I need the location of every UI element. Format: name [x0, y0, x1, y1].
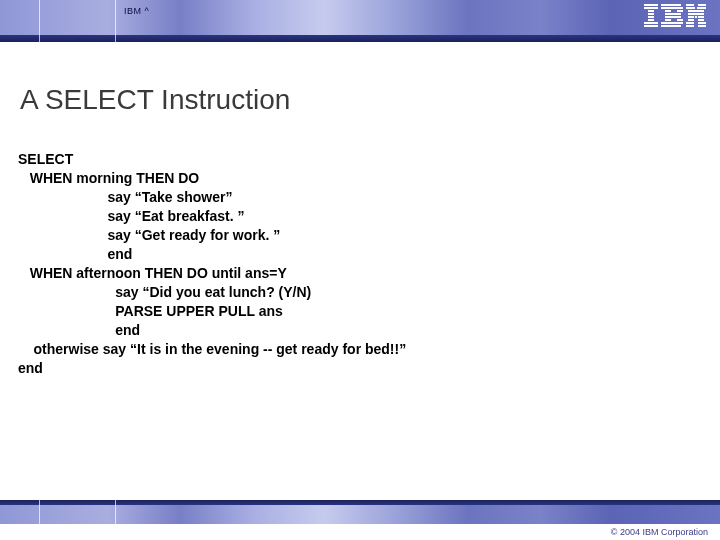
svg-rect-21 [697, 7, 706, 9]
svg-rect-24 [688, 13, 704, 15]
svg-rect-18 [686, 4, 694, 6]
svg-rect-9 [661, 7, 683, 9]
svg-rect-25 [688, 16, 694, 18]
svg-rect-6 [644, 22, 658, 24]
code-block: SELECT WHEN morning THEN DO say “Take sh… [18, 150, 406, 378]
svg-rect-16 [661, 22, 683, 24]
svg-rect-20 [686, 7, 695, 9]
svg-rect-4 [648, 16, 654, 18]
svg-rect-29 [698, 19, 704, 21]
svg-rect-31 [698, 22, 706, 24]
svg-rect-2 [648, 10, 654, 12]
svg-rect-5 [648, 19, 654, 21]
header-divider [115, 0, 116, 42]
svg-rect-26 [695, 16, 697, 18]
svg-rect-11 [677, 10, 683, 12]
header-band [0, 0, 720, 42]
svg-rect-14 [665, 19, 671, 21]
page-title: A SELECT Instruction [20, 84, 290, 116]
svg-rect-19 [698, 4, 706, 6]
svg-rect-12 [665, 13, 681, 15]
svg-rect-1 [644, 7, 658, 9]
svg-rect-3 [648, 13, 654, 15]
svg-rect-23 [696, 10, 704, 12]
svg-rect-33 [698, 25, 706, 27]
svg-rect-28 [688, 19, 694, 21]
ibm-logo-icon [644, 4, 706, 30]
svg-rect-7 [644, 25, 658, 27]
header-divider [39, 0, 40, 42]
svg-rect-17 [661, 25, 681, 27]
footer-band [0, 500, 720, 524]
copyright-text: © 2004 IBM Corporation [611, 527, 708, 537]
footer-divider [115, 500, 116, 524]
svg-rect-22 [688, 10, 696, 12]
svg-rect-15 [677, 19, 683, 21]
svg-rect-30 [686, 22, 694, 24]
svg-rect-32 [686, 25, 694, 27]
footer-divider [39, 500, 40, 524]
svg-rect-10 [665, 10, 671, 12]
svg-rect-0 [644, 4, 658, 6]
brand-small-text: IBM ^ [124, 6, 149, 16]
svg-rect-27 [698, 16, 704, 18]
svg-rect-13 [665, 16, 681, 18]
svg-rect-8 [661, 4, 681, 6]
